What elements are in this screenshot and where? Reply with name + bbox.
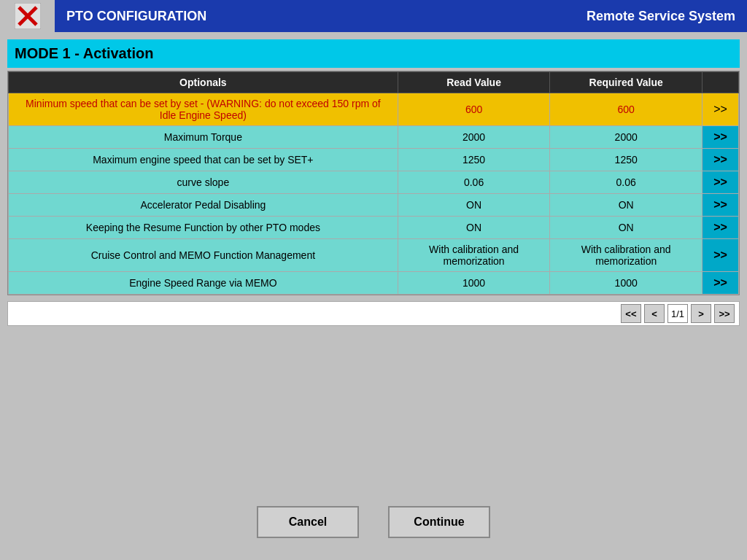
cell-read-value: 1250 [398, 149, 550, 171]
cell-read-value: ON [398, 217, 550, 239]
close-button-area[interactable] [0, 0, 55, 32]
table-row: curve slope0.060.06>> [9, 171, 739, 194]
cell-read-value: 2000 [398, 126, 550, 149]
cell-read-value: 1000 [398, 272, 550, 295]
cell-optional: Engine Speed Range via MEMO [9, 272, 398, 295]
cancel-button[interactable]: Cancel [257, 506, 359, 538]
header: PTO CONFIGURATION Remote Service System [0, 0, 747, 32]
col-action [703, 72, 739, 93]
cell-required-value: 1000 [550, 272, 703, 295]
table-row: Minimum speed that can be set by set - (… [9, 93, 739, 126]
col-optionals: Optionals [9, 72, 398, 93]
table-row: Cruise Control and MEMO Function Managem… [9, 239, 739, 272]
last-page-button[interactable]: >> [714, 304, 735, 323]
cell-optional: Minimum speed that can be set by set - (… [9, 93, 398, 126]
table-row: Engine Speed Range via MEMO10001000>> [9, 272, 739, 295]
prev-page-button[interactable]: < [644, 304, 665, 323]
cell-required-value: 600 [550, 93, 703, 126]
cell-read-value: 0.06 [398, 171, 550, 194]
table-row: Maximum engine speed that can be set by … [9, 149, 739, 171]
col-read-value: Read Value [398, 72, 550, 93]
mode-title: MODE 1 - Activation [7, 39, 740, 68]
config-table: Optionals Read Value Required Value Mini… [8, 71, 739, 295]
page-title: PTO CONFIGURATION [55, 9, 587, 24]
table-row: Accelerator Pedal DisablingONON>> [9, 194, 739, 217]
continue-button[interactable]: Continue [388, 506, 490, 538]
cell-read-value: 600 [398, 93, 550, 126]
pagination-bar: << < 1/1 > >> [7, 301, 740, 326]
cell-read-value: With calibration and memorization [398, 239, 550, 272]
app-name: Remote Service System [587, 9, 747, 24]
first-page-button[interactable]: << [621, 304, 641, 323]
config-table-container: Optionals Read Value Required Value Mini… [7, 71, 740, 295]
main-content: MODE 1 - Activation Optionals Read Value… [0, 32, 747, 560]
cell-optional: curve slope [9, 171, 398, 194]
cell-required-value: ON [550, 217, 703, 239]
cell-required-value: 1250 [550, 149, 703, 171]
bottom-actions: Cancel Continue [7, 477, 740, 553]
table-row: Maximum Torque20002000>> [9, 126, 739, 149]
close-icon[interactable] [15, 3, 41, 29]
cell-read-value: ON [398, 194, 550, 217]
cell-optional: Accelerator Pedal Disabling [9, 194, 398, 217]
cell-required-value: ON [550, 194, 703, 217]
next-page-button[interactable]: > [691, 304, 711, 323]
cell-action-button[interactable]: >> [703, 239, 739, 272]
cell-action-button[interactable]: >> [703, 149, 739, 171]
cell-optional: Keeping the Resume Function by other PTO… [9, 217, 398, 239]
cell-required-value: With calibration and memorization [550, 239, 703, 272]
cell-required-value: 0.06 [550, 171, 703, 194]
cell-required-value: 2000 [550, 126, 703, 149]
col-required-value: Required Value [550, 72, 703, 93]
cell-action-button[interactable]: >> [703, 194, 739, 217]
cell-action-button[interactable]: >> [703, 272, 739, 295]
cell-optional: Maximum engine speed that can be set by … [9, 149, 398, 171]
table-row: Keeping the Resume Function by other PTO… [9, 217, 739, 239]
cell-action-button[interactable]: >> [703, 93, 739, 126]
cell-optional: Maximum Torque [9, 126, 398, 149]
cell-action-button[interactable]: >> [703, 171, 739, 194]
cell-optional: Cruise Control and MEMO Function Managem… [9, 239, 398, 272]
cell-action-button[interactable]: >> [703, 126, 739, 149]
page-info: 1/1 [667, 304, 688, 323]
cell-action-button[interactable]: >> [703, 217, 739, 239]
